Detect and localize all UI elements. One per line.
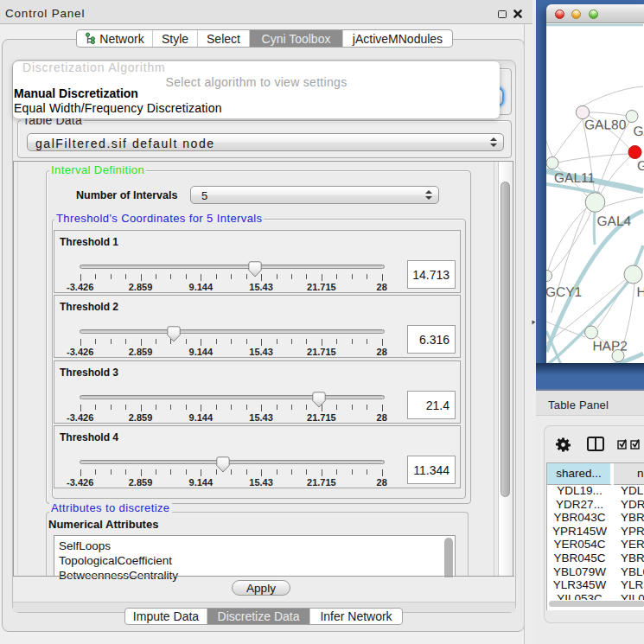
svg-text:GAL4: GAL4 xyxy=(596,214,631,228)
svg-text:H: H xyxy=(636,284,644,299)
svg-text:GA: GA xyxy=(634,124,644,138)
svg-text:GCY1: GCY1 xyxy=(546,284,582,299)
svg-text:G: G xyxy=(637,158,644,173)
svg-text:GAL11: GAL11 xyxy=(554,170,595,185)
svg-text:HAP2: HAP2 xyxy=(592,338,628,353)
svg-text:GAL80: GAL80 xyxy=(584,117,627,131)
